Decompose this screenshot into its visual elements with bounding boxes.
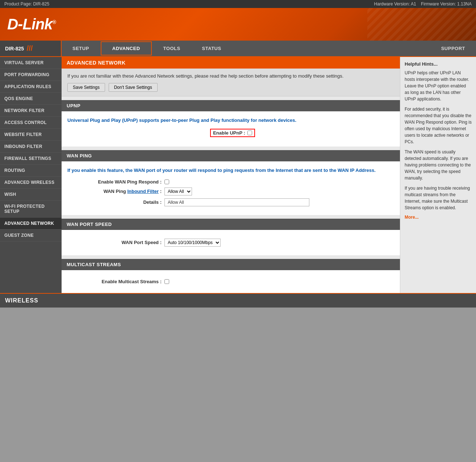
product-label: Product Page: DIR-825 bbox=[4, 1, 49, 7]
sidebar-item-guest-zone[interactable]: GUEST ZONE bbox=[0, 230, 62, 242]
hints-paragraph-3: The WAN speed is usually detected automa… bbox=[405, 149, 472, 181]
inbound-filter-link[interactable]: Inbound Filter bbox=[127, 189, 159, 194]
more-link[interactable]: More... bbox=[405, 215, 472, 220]
info-box: If you are not familiar with these Advan… bbox=[62, 69, 400, 96]
sidebar-item-virtual-server[interactable]: VIRTUAL SERVER bbox=[0, 57, 62, 69]
wan-ping-section-header: WAN PING bbox=[62, 150, 400, 161]
tab-tools[interactable]: TOOLS bbox=[153, 41, 191, 56]
hints-paragraph-2: For added security, it is recommended th… bbox=[405, 106, 472, 145]
sidebar-item-website-filter[interactable]: WEBSITE FILTER bbox=[0, 129, 62, 141]
sidebar-item-advanced-network[interactable]: ADVANCED NETWORK bbox=[0, 218, 62, 230]
multicast-section-header: MULTICAST STREAMS bbox=[62, 259, 400, 270]
sidebar: VIRTUAL SERVER PORT FORWARDING APPLICATI… bbox=[0, 57, 62, 293]
multicast-enable-label: Enable Multicast Streams : bbox=[75, 279, 162, 284]
model-badge: DIR-825 /// bbox=[0, 41, 62, 56]
wan-port-speed-row: WAN Port Speed : Auto 10/100/1000Mbps 10… bbox=[67, 239, 394, 247]
sidebar-item-application-rules[interactable]: APPLICATION RULES bbox=[0, 81, 62, 93]
action-buttons: Save Settings Don't Save Settings bbox=[67, 83, 394, 92]
upnp-description: Universal Plug and Play (UPnP) supports … bbox=[67, 117, 394, 124]
wan-ping-enable-label: Enable WAN Ping Respond : bbox=[75, 179, 162, 185]
upnp-enable-row: Enable UPnP : bbox=[67, 129, 394, 137]
sidebar-item-wifi-protected-setup[interactable]: WI-FI PROTECTED SETUP bbox=[0, 201, 62, 218]
sidebar-item-port-forwarding[interactable]: PORT FORWARDING bbox=[0, 69, 62, 81]
multicast-section-content: Enable Multicast Streams : bbox=[62, 270, 400, 293]
sidebar-item-access-control[interactable]: ACCESS CONTROL bbox=[0, 117, 62, 129]
multicast-enable-row: Enable Multicast Streams : bbox=[67, 279, 394, 284]
details-label: Details : bbox=[75, 199, 162, 205]
upnp-enable-label: Enable UPnP : bbox=[213, 130, 245, 136]
hints-title: Helpful Hints... bbox=[405, 61, 472, 67]
sidebar-item-qos-engine[interactable]: QOS ENGINE bbox=[0, 93, 62, 105]
wan-ping-section-content: If you enable this feature, the WAN port… bbox=[62, 161, 400, 215]
sidebar-item-routing[interactable]: ROUTING bbox=[0, 165, 62, 177]
sidebar-item-wish[interactable]: WISH bbox=[0, 189, 62, 201]
sidebar-item-inbound-filter[interactable]: INBOUND FILTER bbox=[0, 141, 62, 153]
nav-tabs: DIR-825 /// SETUP ADVANCED TOOLS STATUS … bbox=[0, 41, 476, 57]
details-input[interactable] bbox=[164, 198, 309, 206]
header: D-Link® bbox=[0, 8, 476, 41]
hints-paragraph-4: If you are having trouble receiving mult… bbox=[405, 185, 472, 211]
inbound-filter-label: WAN Ping Inbound Filter : bbox=[75, 189, 162, 194]
slash-icon: /// bbox=[25, 44, 33, 53]
tab-advanced[interactable]: ADVANCED bbox=[101, 41, 152, 55]
version-label: Hardware Version: A1 Firmware Version: 1… bbox=[374, 1, 472, 7]
details-row: Details : bbox=[67, 198, 394, 206]
dont-save-settings-button[interactable]: Don't Save Settings bbox=[109, 83, 158, 92]
upnp-enable-checkbox[interactable] bbox=[247, 131, 252, 135]
tab-status[interactable]: STATUS bbox=[191, 41, 232, 56]
main-layout: VIRTUAL SERVER PORT FORWARDING APPLICATI… bbox=[0, 57, 476, 293]
multicast-enable-checkbox[interactable] bbox=[164, 279, 169, 284]
save-settings-button[interactable]: Save Settings bbox=[67, 83, 105, 92]
upnp-section-content: Universal Plug and Play (UPnP) supports … bbox=[62, 111, 400, 147]
logo: D-Link® bbox=[7, 16, 56, 33]
upnp-enable-highlight: Enable UPnP : bbox=[210, 129, 255, 137]
top-bar: Product Page: DIR-825 Hardware Version: … bbox=[0, 0, 476, 8]
right-panel: Helpful Hints... UPnP helps other UPnP L… bbox=[400, 57, 476, 293]
sidebar-item-network-filter[interactable]: NETWORK FILTER bbox=[0, 105, 62, 117]
tab-support[interactable]: SUPPORT bbox=[430, 41, 476, 56]
sidebar-item-advanced-wireless[interactable]: ADVANCED WIRELESS bbox=[0, 177, 62, 189]
wan-ping-enable-row: Enable WAN Ping Respond : bbox=[67, 179, 394, 185]
sidebar-item-firewall-settings[interactable]: FIREWALL SETTINGS bbox=[0, 153, 62, 165]
bottom-bar: WIRELESS bbox=[0, 293, 476, 308]
wan-port-speed-select[interactable]: Auto 10/100/1000Mbps 10Mbps Half-Duplex … bbox=[164, 239, 221, 247]
tab-setup[interactable]: SETUP bbox=[62, 41, 100, 56]
hints-paragraph-1: UPnP helps other UPnP LAN hosts interope… bbox=[405, 70, 472, 102]
wan-port-speed-section-header: WAN PORT SPEED bbox=[62, 219, 400, 230]
inbound-filter-select[interactable]: Allow All Deny All bbox=[164, 187, 192, 195]
upnp-section-header: UPNP bbox=[62, 100, 400, 111]
wan-ping-respond-checkbox[interactable] bbox=[164, 180, 169, 184]
content-area: ADVANCED NETWORK If you are not familiar… bbox=[62, 57, 400, 293]
inbound-filter-row: WAN Ping Inbound Filter : Allow All Deny… bbox=[67, 187, 394, 195]
wan-port-speed-label: WAN Port Speed : bbox=[75, 240, 162, 245]
wan-port-speed-section-content: WAN Port Speed : Auto 10/100/1000Mbps 10… bbox=[62, 230, 400, 255]
info-text: If you are not familiar with these Advan… bbox=[67, 73, 394, 79]
page-title: ADVANCED NETWORK bbox=[62, 57, 400, 69]
wan-ping-description: If you enable this feature, the WAN port… bbox=[67, 167, 394, 174]
